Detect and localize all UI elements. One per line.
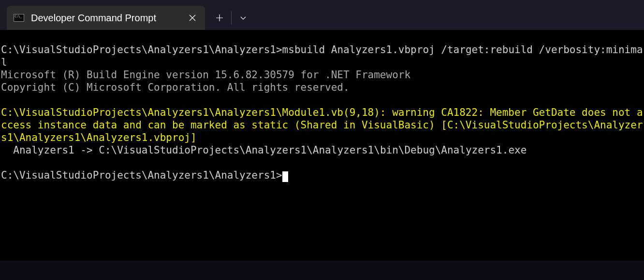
- tab-actions: [208, 6, 255, 30]
- terminal-icon: [14, 14, 24, 22]
- close-tab-button[interactable]: [189, 14, 196, 22]
- tab-active[interactable]: Developer Command Prompt: [7, 6, 205, 30]
- terminal-output[interactable]: C:\VisualStudioProjects\Analyzers1\Analy…: [0, 30, 644, 261]
- title-bar: Developer Command Prompt: [0, 0, 644, 30]
- engine-line: Microsoft (R) Build Engine version 15.6.…: [1, 69, 410, 81]
- warning-line: C:\VisualStudioProjects\Analyzers1\Analy…: [1, 107, 643, 143]
- bottom-bar: [0, 261, 644, 280]
- copyright-line: Copyright (C) Microsoft Corporation. All…: [1, 82, 350, 93]
- tab-dropdown-button[interactable]: [232, 6, 255, 30]
- build-output-line: Analyzers1 -> C:\VisualStudioProjects\An…: [1, 144, 527, 156]
- tab-title: Developer Command Prompt: [31, 13, 182, 24]
- prompt-path-2: C:\VisualStudioProjects\Analyzers1\Analy…: [1, 169, 282, 181]
- new-tab-button[interactable]: [208, 6, 231, 30]
- cursor: [282, 171, 288, 182]
- prompt-path: C:\VisualStudioProjects\Analyzers1\Analy…: [1, 44, 282, 56]
